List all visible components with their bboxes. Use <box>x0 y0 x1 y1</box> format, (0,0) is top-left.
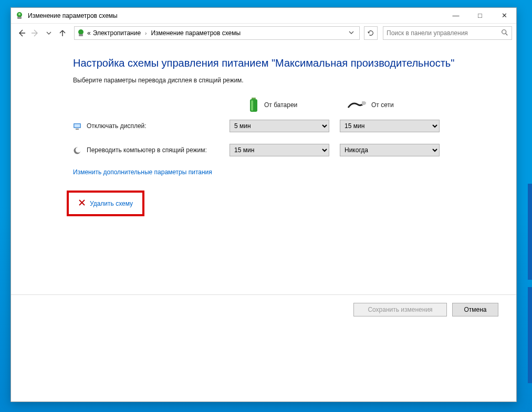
svg-rect-11 <box>365 102 366 103</box>
svg-rect-4 <box>79 34 83 36</box>
svg-rect-1 <box>17 17 22 19</box>
battery-icon <box>248 98 259 112</box>
svg-rect-9 <box>251 100 253 111</box>
battery-column-label: От батареи <box>264 101 297 109</box>
close-button[interactable]: ✕ <box>492 8 516 24</box>
titlebar: Изменение параметров схемы — □ ✕ <box>11 8 516 24</box>
monitor-icon <box>73 122 81 131</box>
page-title: Настройка схемы управления питанием "Мак… <box>73 57 493 69</box>
display-off-plugged-select[interactable]: 15 мин <box>340 120 440 132</box>
svg-rect-12 <box>365 103 366 104</box>
display-off-battery-select[interactable]: 5 мин <box>230 120 329 132</box>
svg-rect-7 <box>252 98 256 99</box>
page-subtitle: Выберите параметры перевода дисплея в сп… <box>73 77 493 84</box>
svg-point-2 <box>18 13 20 15</box>
delete-scheme-highlight: Удалить схему <box>67 191 144 216</box>
power-plan-icon <box>77 29 85 37</box>
content-area: Настройка схемы управления питанием "Мак… <box>11 43 516 402</box>
desktop-accent <box>528 184 532 383</box>
svg-rect-15 <box>76 129 79 130</box>
plugged-column-label: От сети <box>371 101 394 109</box>
address-bar[interactable]: « Электропитание › Изменение параметров … <box>74 26 360 40</box>
forward-button[interactable] <box>29 27 41 39</box>
svg-line-6 <box>506 33 508 35</box>
search-box[interactable]: Поиск в панели управления <box>383 26 512 40</box>
advanced-settings-link[interactable]: Изменить дополнительные параметры питани… <box>73 168 212 176</box>
window: Изменение параметров схемы — □ ✕ « Элект… <box>11 7 517 402</box>
advanced-settings-label: Изменить дополнительные параметры питани… <box>73 168 212 176</box>
sleep-battery-select[interactable]: 15 мин <box>230 144 329 156</box>
breadcrumb-item[interactable]: Изменение параметров схемы <box>151 29 241 37</box>
window-title: Изменение параметров схемы <box>28 12 118 19</box>
maximize-button[interactable]: □ <box>468 8 492 24</box>
refresh-button[interactable] <box>364 26 378 40</box>
maximize-icon: □ <box>478 12 482 19</box>
forward-icon <box>31 29 39 37</box>
plug-icon <box>347 100 366 110</box>
delete-icon <box>78 199 86 208</box>
refresh-icon <box>367 29 374 37</box>
app-icon <box>15 12 24 20</box>
up-icon <box>58 29 67 37</box>
battery-column-header: От батареи <box>230 98 335 112</box>
setting-row-sleep: Переводить компьютер в спящий режим: 15 … <box>73 144 493 156</box>
svg-rect-14 <box>75 124 80 127</box>
setting-row-display-off: Отключать дисплей: 5 мин 15 мин <box>73 120 493 132</box>
chevron-down-icon <box>349 30 354 35</box>
breadcrumb-prefix: « <box>87 29 91 37</box>
save-button-label: Сохранить изменения <box>368 306 432 313</box>
setting-label: Отключать дисплей: <box>87 122 147 131</box>
delete-scheme-link[interactable]: Удалить схему <box>78 199 133 208</box>
up-button[interactable] <box>56 27 69 39</box>
address-dropdown[interactable] <box>346 29 357 37</box>
breadcrumb-separator-icon: › <box>143 30 149 36</box>
minimize-button[interactable]: — <box>444 8 468 24</box>
search-icon <box>501 29 508 38</box>
chevron-down-icon <box>46 30 51 36</box>
save-button[interactable]: Сохранить изменения <box>353 303 447 316</box>
column-headers: От батареи От сети <box>73 98 493 112</box>
sleep-plugged-select[interactable]: Никогда <box>340 144 440 156</box>
plugged-column-header: От сети <box>335 100 440 110</box>
svg-point-17 <box>76 147 81 153</box>
minimize-icon: — <box>453 12 460 19</box>
svg-point-3 <box>78 29 84 35</box>
dialog-button-row: Сохранить изменения Отмена <box>11 294 516 324</box>
delete-scheme-label: Удалить схему <box>90 200 133 207</box>
svg-point-5 <box>502 29 506 34</box>
search-placeholder: Поиск в панели управления <box>387 29 501 37</box>
navigation-bar: « Электропитание › Изменение параметров … <box>11 24 516 43</box>
setting-label: Переводить компьютер в спящий режим: <box>87 146 207 155</box>
back-button[interactable] <box>15 27 28 39</box>
svg-rect-10 <box>362 101 365 105</box>
cancel-button[interactable]: Отмена <box>452 303 498 316</box>
recent-locations-button[interactable] <box>43 27 55 39</box>
moon-icon <box>73 146 81 155</box>
cancel-button-label: Отмена <box>464 306 486 313</box>
back-icon <box>17 29 26 37</box>
breadcrumb-item[interactable]: Электропитание <box>93 29 141 37</box>
close-icon: ✕ <box>502 12 507 19</box>
